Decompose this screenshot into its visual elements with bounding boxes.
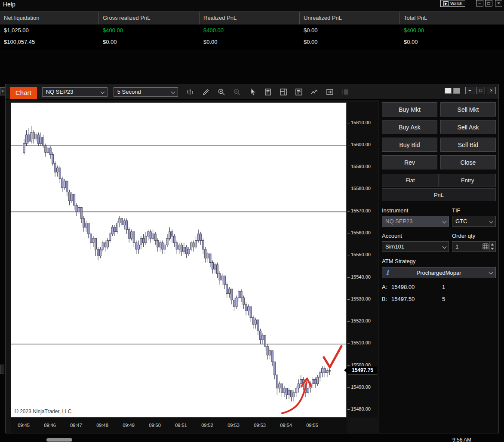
price-axis-label: 15590.00 <box>351 164 371 169</box>
tab-close-icon[interactable]: × <box>0 87 5 95</box>
chevron-down-icon <box>171 89 175 94</box>
time-axis-label: 09:51 <box>172 423 190 428</box>
left-edge-handle[interactable] <box>0 365 4 374</box>
atm-level-row: A: 15498.00 1 <box>382 284 496 290</box>
price-axis-label: 15480.00 <box>351 406 371 411</box>
price-axis-label: 15490.00 <box>351 384 371 390</box>
data-box-icon[interactable] <box>263 87 273 97</box>
account-table-body: $1,025.00$400.00$400.00$0.00$400.00$100,… <box>0 25 504 49</box>
instrument-selector-value: NQ SEP23 <box>46 89 74 95</box>
qty-spinner[interactable] <box>489 242 495 251</box>
interval-selector[interactable]: 5 Second <box>114 87 178 97</box>
order-button-sell-ask[interactable]: Sell Ask <box>440 120 496 134</box>
cursor-icon[interactable] <box>248 87 257 97</box>
qty-grid-icon[interactable] <box>482 243 489 249</box>
tab-entry[interactable]: Entry <box>439 174 496 187</box>
account-row: $1,025.00$400.00$400.00$0.00$400.00 <box>0 25 504 36</box>
tif-label: TIF <box>452 207 496 214</box>
atm-strategy-select[interactable]: i ProchargedMopar <box>382 267 496 278</box>
price-axis-label: 15540.00 <box>351 274 371 279</box>
minimize-button[interactable]: − <box>476 0 483 6</box>
menu-help[interactable]: Help <box>3 1 15 8</box>
instrument-select-value: NQ SEP23 <box>385 218 413 224</box>
order-entry-panel: Buy MktSell MktBuy AskSell AskBuy BidSel… <box>378 100 498 433</box>
level-a-qty: 1 <box>442 284 445 290</box>
chart-trader-icon[interactable] <box>279 87 288 97</box>
order-button-buy-mkt[interactable]: Buy Mkt <box>382 102 437 117</box>
bottom-bar: 9:56 AM <box>0 433 504 442</box>
price-axis-label: 15570.00 <box>351 208 371 213</box>
order-button-sell-bid[interactable]: Sell Bid <box>440 138 496 152</box>
watch-button[interactable]: ▶ Watch <box>440 0 465 7</box>
horizontal-scrollbar-thumb[interactable] <box>46 438 72 442</box>
price-type-icon[interactable] <box>186 87 195 97</box>
account-value: $1,025.00 <box>0 25 99 36</box>
time-axis-label: 09:52 <box>198 423 216 428</box>
chart-maximize-button[interactable]: □ <box>476 87 485 94</box>
time-axis[interactable]: 09:4509:4609:4709:4809:4909:5009:5109:52… <box>11 417 347 433</box>
system-clock: 9:56 AM <box>452 437 471 442</box>
order-button-rev[interactable]: Rev <box>382 155 437 169</box>
instrument-label: Instrument <box>382 207 449 214</box>
chevron-down-icon <box>443 219 447 224</box>
indicators-icon[interactable] <box>310 87 319 97</box>
atm-strategy-value: ProchargedMopar <box>416 270 461 276</box>
account-summary-table: Net liquidationGross realized PnLRealize… <box>0 12 504 49</box>
account-value: $400.00 <box>200 25 300 36</box>
color-swatch-icon[interactable] <box>453 88 460 94</box>
color-swatch-icon[interactable] <box>445 88 452 94</box>
price-axis-label: 15550.00 <box>351 252 371 257</box>
account-value: $0.00 <box>99 36 200 48</box>
price-axis-label: 15530.00 <box>351 296 371 301</box>
account-select[interactable]: Sim101 <box>382 241 449 252</box>
spin-down-icon[interactable] <box>491 248 494 250</box>
drawing-tools-icon[interactable] <box>201 87 211 97</box>
candlestick-chart <box>11 103 347 418</box>
time-axis-label: 09:54 <box>277 423 295 428</box>
properties-icon[interactable] <box>341 87 350 97</box>
last-price-marker: 15497.75 <box>348 366 377 375</box>
level-b-price: 15497.50 <box>391 296 442 302</box>
zoom-out-icon[interactable] <box>232 87 242 97</box>
order-button-sell-mkt[interactable]: Sell Mkt <box>440 102 496 117</box>
chart-toolbar: Chart NQ SEP23 5 Second <box>6 84 498 100</box>
order-button-close[interactable]: Close <box>440 155 496 169</box>
tif-select[interactable]: GTC <box>452 216 496 227</box>
chart-close-button[interactable]: × <box>487 87 496 94</box>
tab-flat[interactable]: Flat <box>382 174 439 187</box>
account-table-header: Net liquidationGross realized PnLRealize… <box>0 12 504 25</box>
price-axis-label: 15580.00 <box>351 186 371 191</box>
toolbar-icons <box>186 87 350 97</box>
time-axis-label: 09:49 <box>120 423 138 428</box>
time-axis-label: 09:47 <box>67 423 85 428</box>
account-value: $0.00 <box>300 25 400 36</box>
spin-up-icon[interactable] <box>491 243 494 246</box>
chart-minimize-button[interactable]: − <box>465 87 474 94</box>
strategies-icon[interactable] <box>325 87 335 97</box>
price-axis[interactable]: 15497.75 15610.0015600.0015590.0015580.0… <box>347 102 378 417</box>
chart-plot-area[interactable]: © 2023 NinjaTrader, LLC <box>11 102 347 417</box>
account-value: $400.00 <box>99 25 200 36</box>
left-strip <box>6 100 11 433</box>
maximize-button[interactable]: □ <box>485 0 492 6</box>
instrument-select[interactable]: NQ SEP23 <box>382 216 449 227</box>
order-qty-input[interactable]: 1 <box>452 241 496 252</box>
order-button-buy-bid[interactable]: Buy Bid <box>382 138 437 152</box>
time-axis-label: 09:48 <box>93 423 111 428</box>
info-icon[interactable]: i <box>386 269 389 276</box>
time-axis-label: 09:53 <box>224 423 243 428</box>
close-button[interactable]: × <box>495 0 502 6</box>
account-label: Account <box>382 233 449 239</box>
time-axis-label: 09:55 <box>303 423 321 428</box>
time-axis-label: 09:50 <box>146 423 164 428</box>
instrument-selector[interactable]: NQ SEP23 <box>42 87 108 97</box>
atm-strategy-label: ATM Strategy <box>382 258 496 264</box>
order-button-buy-ask[interactable]: Buy Ask <box>382 120 437 134</box>
time-axis-label: 09:45 <box>15 423 33 428</box>
market-depth-icon[interactable] <box>294 87 304 97</box>
level-a-label: A: <box>382 284 391 290</box>
chart-tab[interactable]: Chart <box>10 87 37 99</box>
menu-bar: Help ▶ Watch − □ × <box>0 0 504 12</box>
chevron-down-icon <box>489 219 494 224</box>
zoom-in-icon[interactable] <box>217 87 226 97</box>
